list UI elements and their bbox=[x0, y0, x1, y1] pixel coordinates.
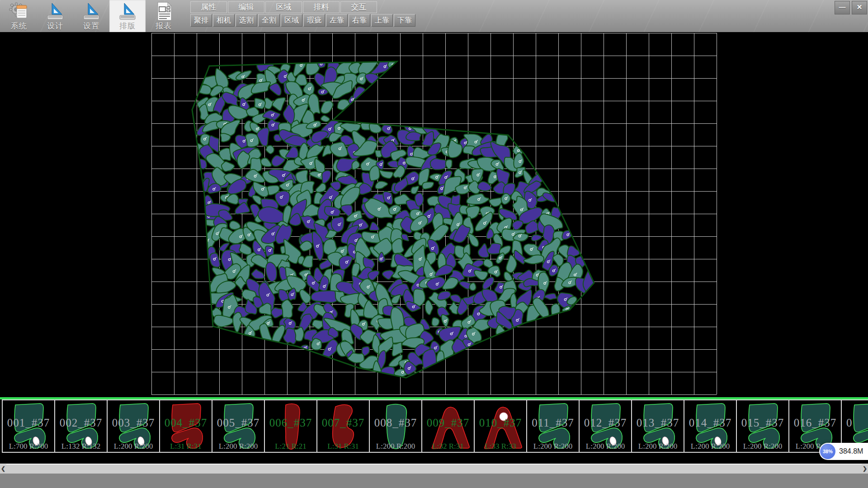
app-button-label: 排版 bbox=[109, 21, 146, 31]
thumbnail-cell[interactable]: 014_#37L:200 R:200 bbox=[684, 399, 737, 453]
notebook-glyph bbox=[17, 5, 27, 18]
menu-interactive[interactable]: 交互 bbox=[340, 1, 377, 13]
set-square-icon bbox=[117, 1, 138, 21]
pieces-layer[interactable] bbox=[193, 54, 595, 381]
piece-label: 007_#37 bbox=[317, 417, 369, 429]
nesting-canvas[interactable] bbox=[0, 32, 868, 397]
thumbnail-cell[interactable]: 013_#37L:200 R:200 bbox=[631, 399, 684, 453]
piece-label: 0 bbox=[842, 417, 868, 429]
scroll-left-arrow[interactable]: ❮ bbox=[0, 464, 6, 473]
piece-lr-count: L:200 R:200 bbox=[684, 442, 736, 451]
piece-label: 010_#37 bbox=[475, 417, 526, 429]
progress-size: 384.8M bbox=[839, 447, 863, 455]
piece-label: 015_#37 bbox=[737, 417, 788, 429]
thumbnail-cell[interactable]: 004_#37L:31 R:31 bbox=[159, 399, 212, 453]
window-controls: — ✕ bbox=[835, 1, 867, 14]
app-button-layout[interactable]: 排版 bbox=[109, 0, 146, 32]
tool-cut-all[interactable]: 全割 bbox=[258, 14, 280, 27]
horizontal-scrollbar[interactable] bbox=[0, 464, 868, 474]
set-square-icon bbox=[81, 1, 102, 21]
piece-label: 002_#37 bbox=[55, 417, 107, 429]
close-button[interactable]: ✕ bbox=[852, 1, 867, 14]
menu-nesting[interactable]: 排料 bbox=[303, 1, 340, 13]
app-button-label: 系统 bbox=[1, 21, 37, 31]
thumbnail-cell[interactable]: 010_#37L:33 R:33 bbox=[474, 399, 527, 453]
tool-bar: 聚排 相机 选割 全割 区域 瑕疵 左靠 右靠 上靠 下靠 bbox=[190, 14, 415, 27]
tool-camera[interactable]: 相机 bbox=[213, 14, 235, 27]
app-button-label: 设计 bbox=[37, 21, 73, 31]
scroll-right-arrow[interactable]: ❯ bbox=[862, 464, 868, 473]
thumbnail-cell[interactable]: 006_#37L:21 R:21 bbox=[264, 399, 317, 453]
piece-label: 013_#37 bbox=[632, 417, 684, 429]
thumbnail-cell[interactable]: 008_#37L:200 R:200 bbox=[369, 399, 422, 453]
thumbnail-cell[interactable]: 001_#37L:700 R:700 bbox=[2, 399, 55, 453]
menu-edit[interactable]: 编辑 bbox=[228, 1, 264, 13]
thumbnail-cell[interactable]: 003_#37L:200 R:200 bbox=[107, 399, 160, 453]
toolbar: 系统 设计 设置 bbox=[0, 0, 868, 33]
piece-lr-count: L:200 R:200 bbox=[108, 442, 159, 451]
thumbnail-cell[interactable]: 011_#37L:200 R:200 bbox=[526, 399, 580, 453]
piece-label: 004_#37 bbox=[160, 417, 212, 429]
tool-align-left[interactable]: 左靠 bbox=[326, 14, 348, 27]
piece-label: 003_#37 bbox=[108, 417, 159, 429]
system-gear-icon bbox=[9, 1, 29, 21]
piece-lr-count: L:21 R:21 bbox=[265, 442, 316, 451]
piece-label: 001_#37 bbox=[3, 417, 54, 429]
thumbnail-cell[interactable]: 015_#37L:200 R:200 bbox=[736, 399, 789, 453]
piece-lr-count: L:200 R:200 bbox=[580, 442, 631, 451]
thumbnail-cell[interactable]: 009_#37L:32 R:31 bbox=[421, 399, 475, 453]
piece-lr-count: L:200 R:200 bbox=[527, 442, 579, 451]
progress-badge[interactable]: 38% 384.8M bbox=[819, 443, 868, 460]
piece-lr-count: L:200 R:200 bbox=[370, 442, 421, 451]
piece-label: 006_#37 bbox=[265, 417, 316, 429]
piece-label: 011_#37 bbox=[527, 417, 579, 429]
app-button-settings[interactable]: 设置 bbox=[73, 0, 109, 32]
app-button-system[interactable]: 系统 bbox=[1, 0, 37, 32]
application-window: 系统 设计 设置 bbox=[0, 0, 868, 488]
piece-lr-count: L:200 R:200 bbox=[737, 442, 788, 451]
piece-label: 012_#37 bbox=[580, 417, 631, 429]
piece-label: 014_#37 bbox=[684, 417, 736, 429]
thumbnail-cell[interactable]: 005_#37L:200 R:200 bbox=[212, 399, 265, 453]
piece-lr-count: L:33 R:33 bbox=[475, 442, 526, 451]
piece-lr-count: L:700 R:700 bbox=[3, 442, 54, 451]
piece-label: 016_#37 bbox=[789, 417, 841, 429]
piece-label: 005_#37 bbox=[212, 417, 264, 429]
progress-percent: 38% bbox=[820, 444, 835, 459]
menu-properties[interactable]: 属性 bbox=[190, 1, 227, 13]
piece-label: 008_#37 bbox=[370, 417, 421, 429]
app-button-design[interactable]: 设计 bbox=[37, 0, 73, 32]
piece-lr-count: L:200 R:200 bbox=[212, 442, 264, 451]
tool-cluster-nest[interactable]: 聚排 bbox=[190, 14, 212, 27]
app-button-label: 设置 bbox=[73, 21, 109, 31]
menu-bar: 属性 编辑 区域 排料 交互 bbox=[190, 1, 377, 13]
status-bar bbox=[0, 474, 868, 488]
app-button-report[interactable]: 报表 bbox=[146, 0, 182, 32]
piece-lr-count: L:200 R:200 bbox=[632, 442, 684, 451]
thumbnail-cell[interactable]: 007_#37L:31 R:31 bbox=[316, 399, 370, 453]
piece-lr-count: L:132 R:132 bbox=[55, 442, 107, 451]
menu-region[interactable]: 区域 bbox=[265, 1, 302, 13]
piece-lr-count: L:32 R:31 bbox=[422, 442, 474, 451]
piece-label: 009_#37 bbox=[422, 417, 474, 429]
tool-select-cut[interactable]: 选割 bbox=[236, 14, 257, 27]
app-button-label: 报表 bbox=[146, 21, 182, 31]
tool-align-right[interactable]: 右靠 bbox=[349, 14, 370, 27]
app-tab-bar: 系统 设计 设置 bbox=[1, 0, 182, 32]
piece-lr-count: L:31 R:31 bbox=[317, 442, 369, 451]
tool-align-bottom[interactable]: 下靠 bbox=[394, 14, 415, 27]
report-document-icon bbox=[153, 1, 174, 21]
tool-defect[interactable]: 瑕疵 bbox=[303, 14, 325, 27]
piece-lr-count: L:31 R:31 bbox=[160, 442, 212, 451]
set-square-icon bbox=[45, 1, 66, 21]
tool-region[interactable]: 区域 bbox=[281, 14, 302, 27]
pieces-thumbnail-strip: 001_#37L:700 R:700002_#37L:132 R:132003_… bbox=[0, 399, 868, 453]
thumbnail-cell[interactable]: 002_#37L:132 R:132 bbox=[54, 399, 108, 453]
minimize-button[interactable]: — bbox=[835, 1, 850, 14]
thumbnail-cell[interactable]: 012_#37L:200 R:200 bbox=[579, 399, 632, 453]
tool-align-top[interactable]: 上靠 bbox=[371, 14, 393, 27]
